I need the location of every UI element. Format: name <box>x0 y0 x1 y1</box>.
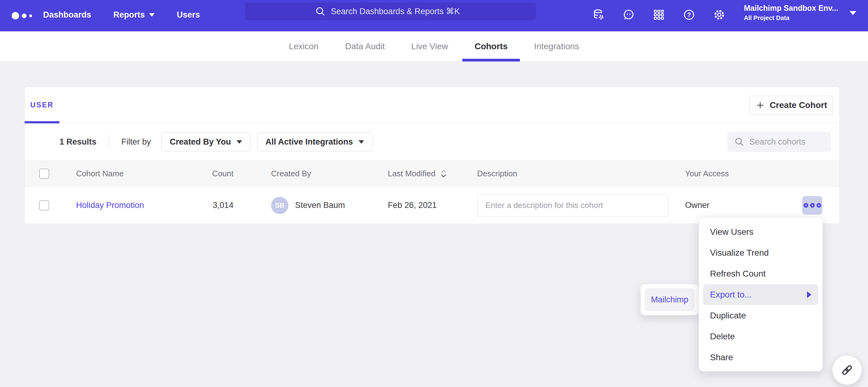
project-scope: All Project Data <box>744 14 845 22</box>
header-your-access: Your Access <box>685 161 729 186</box>
menu-item-export-to[interactable]: Export to... <box>703 284 818 305</box>
select-all-checkbox[interactable] <box>39 169 49 179</box>
project-name: Mailchimp Sandbox Env... <box>744 4 845 12</box>
global-search-input[interactable] <box>331 7 466 16</box>
tab-data-audit[interactable]: Data Audit <box>345 31 385 62</box>
top-nav-links: Dashboards Reports Users <box>43 0 200 30</box>
nav-users[interactable]: Users <box>177 10 200 20</box>
filter-toolbar: 1 Results Filter by Created By You All A… <box>25 123 839 161</box>
integrations-filter-dropdown[interactable]: All Active Integrations <box>257 132 372 151</box>
search-cohorts-field[interactable] <box>727 132 831 152</box>
feedback-icon[interactable] <box>622 8 635 21</box>
svg-text:?: ? <box>687 11 691 18</box>
filter-by-label: Filter by <box>121 137 151 147</box>
mixpanel-logo-icon[interactable] <box>12 9 39 22</box>
project-selector[interactable]: Mailchimp Sandbox Env... All Project Dat… <box>744 4 845 22</box>
cohorts-card: USER Create Cohort 1 Results Filter by C… <box>24 87 840 224</box>
export-submenu: Mailchimp <box>640 284 699 315</box>
results-count: 1 Results <box>59 137 96 147</box>
submenu-arrow-icon <box>807 291 811 298</box>
header-created-by: Created By <box>271 161 311 186</box>
global-search[interactable] <box>245 2 536 20</box>
table-header-row: Cohort Name Count Created By Last Modifi… <box>25 161 839 187</box>
project-chevron-down-icon[interactable] <box>849 11 856 15</box>
copy-link-button[interactable] <box>832 355 862 385</box>
help-icon[interactable]: ? <box>683 8 695 21</box>
top-nav-icons: ? <box>592 0 726 30</box>
header-cohort-name: Cohort Name <box>76 161 124 186</box>
avatar: SB <box>271 197 288 214</box>
tab-lexicon[interactable]: Lexicon <box>289 31 319 62</box>
search-icon <box>315 6 326 17</box>
tab-live-view[interactable]: Live View <box>411 31 448 62</box>
cohort-name-link[interactable]: Holiday Promotion <box>76 201 144 210</box>
sort-icon[interactable] <box>440 170 447 178</box>
header-count: Count <box>166 161 234 186</box>
nav-reports[interactable]: Reports <box>113 10 155 20</box>
search-icon <box>734 137 744 147</box>
row-more-actions-button[interactable] <box>802 196 822 214</box>
submenu-item-mailchimp[interactable]: Mailchimp <box>645 288 694 311</box>
divider <box>109 135 109 149</box>
created-by-name: Steven Baum <box>295 201 345 210</box>
tab-user-cohorts[interactable]: USER <box>25 87 59 123</box>
search-cohorts-input[interactable] <box>749 137 820 147</box>
cohort-type-tabs: USER Create Cohort <box>25 87 839 123</box>
chevron-down-icon <box>237 140 242 144</box>
plus-icon <box>755 101 765 110</box>
cohort-actions-menu: View Users Visualize Trend Refresh Count… <box>699 217 823 372</box>
menu-item-share[interactable]: Share <box>699 347 823 368</box>
nav-dashboards[interactable]: Dashboards <box>43 10 91 20</box>
data-section-tabs: Lexicon Data Audit Live View Cohorts Int… <box>0 31 868 62</box>
menu-item-view-users[interactable]: View Users <box>699 221 823 242</box>
top-nav-bar: Dashboards Reports Users ? <box>0 0 868 31</box>
settings-gear-icon[interactable] <box>713 8 726 21</box>
tab-cohorts[interactable]: Cohorts <box>475 31 507 62</box>
last-modified-date: Feb 26, 2021 <box>388 187 437 224</box>
apps-grid-icon[interactable] <box>652 8 665 21</box>
menu-item-refresh-count[interactable]: Refresh Count <box>699 263 823 284</box>
create-cohort-button[interactable]: Create Cohort <box>749 96 833 115</box>
menu-item-visualize-trend[interactable]: Visualize Trend <box>699 242 823 263</box>
header-description: Description <box>477 161 517 186</box>
chevron-down-icon <box>359 140 364 144</box>
tab-integrations[interactable]: Integrations <box>534 31 579 62</box>
menu-item-duplicate[interactable]: Duplicate <box>699 305 823 326</box>
cohort-count: 3,014 <box>166 187 234 224</box>
data-management-icon[interactable] <box>592 8 605 21</box>
chevron-down-icon <box>149 13 155 16</box>
created-by-filter-dropdown[interactable]: Created By You <box>161 132 250 151</box>
row-checkbox[interactable] <box>39 200 49 210</box>
menu-item-delete[interactable]: Delete <box>699 326 823 347</box>
description-input[interactable] <box>477 194 669 217</box>
cohorts-page: Dashboards Reports Users ? <box>0 0 868 387</box>
header-last-modified[interactable]: Last Modified <box>388 161 447 186</box>
link-icon <box>840 363 854 377</box>
